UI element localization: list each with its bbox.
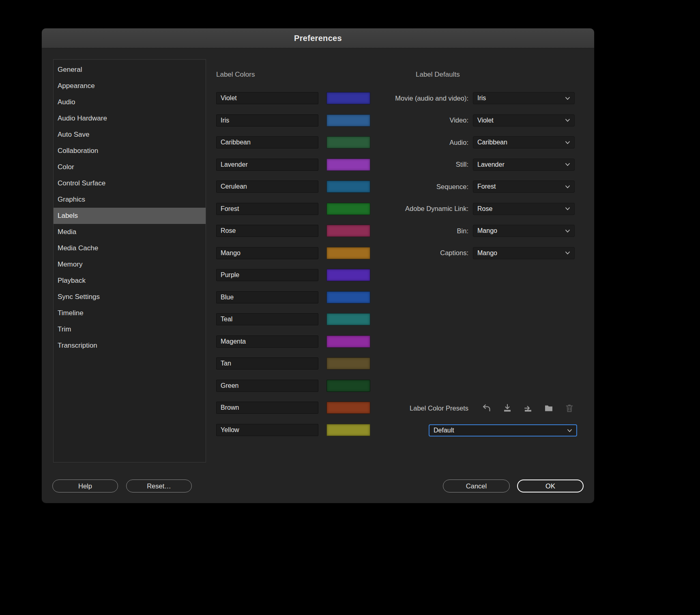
chevron-down-icon xyxy=(565,207,570,211)
label-name-input-mango[interactable] xyxy=(216,247,318,259)
sequence-default-label: Sequence: xyxy=(326,183,468,191)
dropdown-value: Violet xyxy=(477,117,494,124)
dropdown-value: Rose xyxy=(477,205,492,213)
dropdown-value: Forest xyxy=(477,183,496,190)
label-defaults-list: Movie (audio and video): Iris Video: Vio… xyxy=(326,92,575,269)
sidebar-item-sync-settings[interactable]: Sync Settings xyxy=(54,289,206,305)
label-color-swatch-magenta[interactable] xyxy=(326,335,370,348)
audio-default-label: Audio: xyxy=(326,139,468,146)
sidebar-item-control-surface[interactable]: Control Surface xyxy=(54,175,206,191)
label-defaults-heading: Label Defaults xyxy=(416,71,460,79)
cancel-button[interactable]: Cancel xyxy=(443,480,510,492)
label-name-input-cerulean[interactable] xyxy=(216,181,318,193)
folder-icon[interactable] xyxy=(544,403,554,413)
label-color-row xyxy=(216,380,370,392)
captions-default-dropdown[interactable]: Mango xyxy=(473,247,575,259)
label-color-swatch-green[interactable] xyxy=(326,380,370,392)
audio-default-dropdown[interactable]: Caribbean xyxy=(473,136,575,148)
chevron-down-icon xyxy=(565,118,570,122)
trash-icon[interactable] xyxy=(565,403,574,413)
ok-button[interactable]: OK xyxy=(517,480,584,492)
still-default-dropdown[interactable]: Lavender xyxy=(473,159,575,171)
still-default-label: Still: xyxy=(326,161,468,168)
label-color-swatch-teal[interactable] xyxy=(326,313,370,325)
sequence-default-dropdown[interactable]: Forest xyxy=(473,181,575,193)
chevron-down-icon xyxy=(565,229,570,233)
presets-dropdown[interactable]: Default xyxy=(429,424,577,437)
movie-default-dropdown[interactable]: Iris xyxy=(473,92,575,104)
label-color-swatch-tan[interactable] xyxy=(326,357,370,370)
chevron-down-icon xyxy=(565,251,570,255)
sidebar-item-labels[interactable]: Labels xyxy=(54,208,206,224)
dropdown-value: Iris xyxy=(477,95,486,102)
label-name-input-rose[interactable] xyxy=(216,225,318,237)
label-color-row xyxy=(216,313,370,325)
sidebar-item-audio[interactable]: Audio xyxy=(54,94,206,110)
sidebar-item-media[interactable]: Media xyxy=(54,224,206,240)
label-color-presets-heading: Label Color Presets xyxy=(326,404,468,412)
label-name-input-tan[interactable] xyxy=(216,357,318,370)
save-as-preset-icon[interactable] xyxy=(523,403,533,413)
label-color-row xyxy=(216,357,370,370)
label-name-input-caribbean[interactable] xyxy=(216,136,318,148)
label-color-swatch-yellow[interactable] xyxy=(326,424,370,436)
label-name-input-purple[interactable] xyxy=(216,269,318,281)
label-name-input-violet[interactable] xyxy=(216,92,318,104)
save-preset-icon[interactable] xyxy=(502,403,512,413)
label-name-input-green[interactable] xyxy=(216,380,318,392)
sidebar-item-memory[interactable]: Memory xyxy=(54,256,206,273)
sidebar-item-auto-save[interactable]: Auto Save xyxy=(54,127,206,143)
label-color-row xyxy=(216,424,370,436)
label-color-presets-section: Label Color Presets xyxy=(326,402,574,414)
dialog-title: Preferences xyxy=(294,34,342,43)
chevron-down-icon xyxy=(565,185,570,189)
dynamic-link-default-dropdown[interactable]: Rose xyxy=(473,203,575,215)
preset-icon-toolbar xyxy=(482,403,574,413)
label-colors-heading: Label Colors xyxy=(216,71,255,79)
preferences-dialog: Preferences General Appearance Audio Aud… xyxy=(42,28,594,503)
label-color-row xyxy=(216,269,370,281)
label-name-input-yellow[interactable] xyxy=(216,424,318,436)
sidebar-item-playback[interactable]: Playback xyxy=(54,273,206,289)
label-name-input-forest[interactable] xyxy=(216,203,318,215)
video-default-label: Video: xyxy=(326,116,468,124)
label-color-swatch-blue[interactable] xyxy=(326,291,370,303)
title-bar: Preferences xyxy=(42,28,594,48)
label-name-input-iris[interactable] xyxy=(216,114,318,127)
sidebar-item-graphics[interactable]: Graphics xyxy=(54,191,206,208)
captions-default-label: Captions: xyxy=(326,249,468,257)
sidebar-item-transcription[interactable]: Transcription xyxy=(54,338,206,354)
bin-default-dropdown[interactable]: Mango xyxy=(473,225,575,237)
label-color-row xyxy=(216,291,370,303)
presets-dropdown-value: Default xyxy=(434,427,454,434)
reset-button[interactable]: Reset… xyxy=(126,480,192,492)
sidebar-item-collaboration[interactable]: Collaboration xyxy=(54,143,206,159)
video-default-dropdown[interactable]: Violet xyxy=(473,114,575,127)
chevron-down-icon xyxy=(565,141,570,144)
sidebar-item-audio-hardware[interactable]: Audio Hardware xyxy=(54,110,206,127)
label-name-input-lavender[interactable] xyxy=(216,159,318,171)
label-name-input-brown[interactable] xyxy=(216,402,318,414)
label-name-input-teal[interactable] xyxy=(216,313,318,325)
dropdown-value: Mango xyxy=(477,249,497,257)
sidebar-item-appearance[interactable]: Appearance xyxy=(54,78,206,94)
chevron-down-icon xyxy=(565,163,570,166)
bin-default-label: Bin: xyxy=(326,227,468,235)
sidebar-item-general[interactable]: General xyxy=(54,62,206,78)
help-button[interactable]: Help xyxy=(52,480,118,492)
label-name-input-blue[interactable] xyxy=(216,291,318,303)
label-name-input-magenta[interactable] xyxy=(216,335,318,348)
dropdown-value: Lavender xyxy=(477,161,505,168)
sidebar-item-color[interactable]: Color xyxy=(54,159,206,175)
dynamic-link-default-label: Adobe Dynamic Link: xyxy=(326,205,468,213)
chevron-down-icon xyxy=(565,97,570,100)
dropdown-value: Mango xyxy=(477,227,497,234)
preferences-category-list: General Appearance Audio Audio Hardware … xyxy=(53,59,206,462)
sidebar-item-timeline[interactable]: Timeline xyxy=(54,305,206,321)
chevron-down-icon xyxy=(567,429,572,432)
sidebar-item-media-cache[interactable]: Media Cache xyxy=(54,240,206,256)
undo-icon[interactable] xyxy=(482,403,492,413)
sidebar-item-trim[interactable]: Trim xyxy=(54,321,206,338)
label-color-swatch-purple[interactable] xyxy=(326,269,370,281)
dropdown-value: Caribbean xyxy=(477,139,507,146)
